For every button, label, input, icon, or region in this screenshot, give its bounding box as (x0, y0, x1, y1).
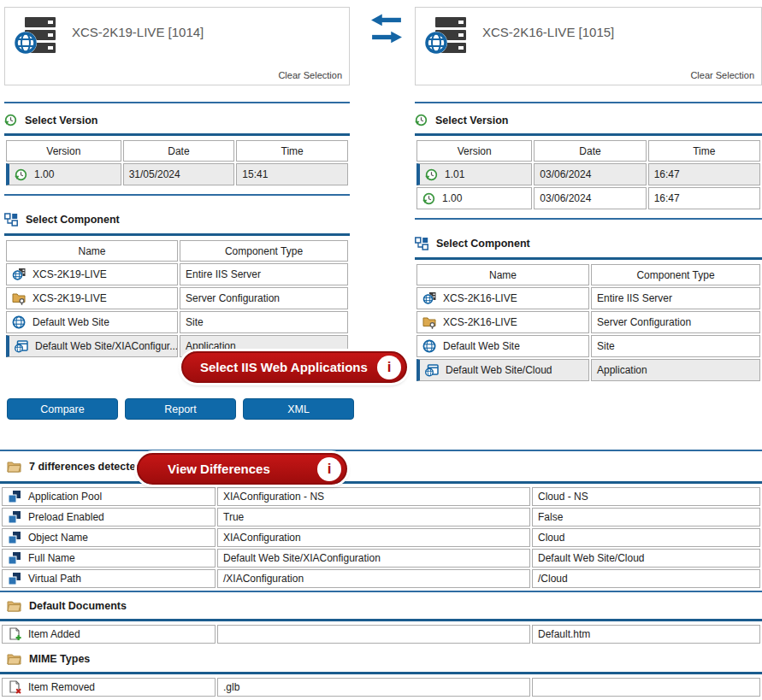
table-header-row: Version Date Time (6, 140, 348, 162)
iis-server-small-icon (12, 268, 26, 281)
difference-right-value: /Cloud (532, 569, 760, 588)
sitemap-icon (4, 213, 18, 226)
left-component-table: Name Component Type XCS-2K19-LIVE Entire… (4, 238, 350, 359)
version-history-icon (15, 168, 27, 181)
version-history-icon (4, 114, 17, 126)
default-documents-table: Item Added Default.htm (0, 623, 762, 645)
server-config-folder-icon (12, 291, 26, 305)
info-icon[interactable]: i (377, 356, 401, 379)
left-version-table: Version Date Time 1.00 31/05/2024 15:41 (4, 138, 350, 187)
column-header-time: Time (648, 140, 760, 162)
version-row[interactable]: 1.00 03/06/2024 16:47 (416, 187, 760, 209)
column-header-component-type: Component Type (180, 240, 348, 262)
right-clear-selection-link[interactable]: Clear Selection (690, 70, 754, 80)
column-header-version: Version (6, 140, 121, 162)
difference-row: Preload Enabled True False (2, 508, 760, 526)
difference-property: Object Name (28, 532, 88, 544)
component-type: Site (591, 335, 760, 357)
component-row[interactable]: Default Web Site/Cloud Application (416, 359, 760, 381)
header-underline (4, 133, 350, 136)
version-number: 1.00 (442, 192, 462, 204)
component-name: XCS-2K16-LIVE (443, 316, 517, 328)
compare-button[interactable]: Compare (7, 398, 118, 420)
header-underline (415, 133, 762, 136)
component-name: XCS-2K16-LIVE (443, 292, 517, 304)
difference-row: Application Pool XIAConfiguration - NS C… (2, 487, 760, 506)
column-header-date: Date (534, 140, 646, 162)
component-name: Default Web Site/Cloud (446, 364, 552, 376)
component-row[interactable]: Default Web Site Site (416, 335, 760, 357)
component-row[interactable]: Default Web Site Site (6, 311, 348, 333)
component-row[interactable]: XCS-2K19-LIVE Server Configuration (6, 287, 348, 309)
column-header-name: Name (6, 240, 178, 262)
item-added-icon (8, 627, 21, 641)
right-component-table: Name Component Type XCS-2K16-LIVE Entire… (415, 262, 762, 383)
changed-item-icon (8, 490, 21, 503)
version-number: 1.00 (34, 168, 54, 180)
version-history-icon (425, 168, 438, 181)
difference-right-value: False (532, 508, 760, 526)
info-icon[interactable]: i (317, 457, 341, 481)
column-header-name: Name (416, 264, 589, 285)
version-time: 15:41 (236, 163, 348, 185)
version-history-icon (415, 114, 428, 126)
difference-right-value (532, 678, 760, 697)
report-button[interactable]: Report (125, 398, 236, 420)
select-version-title: Select Version (25, 115, 97, 126)
difference-left-value: True (217, 508, 530, 526)
right-server-title: XCS-2K16-LIVE [1015] (482, 25, 614, 39)
component-type: Site (180, 311, 348, 333)
left-select-version-header: Select Version (4, 114, 350, 126)
iis-server-icon (424, 16, 467, 56)
component-row[interactable]: XCS-2K16-LIVE Entire IIS Server (416, 287, 760, 309)
differences-section: 7 differences detected View Differences … (0, 450, 762, 698)
difference-left-value: .glb (217, 678, 530, 697)
component-name: Default Web Site (32, 316, 109, 328)
difference-property: Virtual Path (28, 573, 81, 585)
folder-icon (7, 462, 21, 473)
right-version-table: Version Date Time 1.01 03/06/2024 16:47 … (415, 138, 762, 211)
version-row[interactable]: 1.00 31/05/2024 15:41 (6, 163, 348, 185)
compare-tool-page: XCS-2K19-LIVE [1014] Clear Selection Sel… (0, 0, 762, 700)
callout-label: View Differences (168, 462, 270, 476)
header-underline (4, 233, 350, 236)
mime-types-group-header: MIME Types (0, 645, 762, 672)
difference-left-value: Default Web Site/XIAConfiguration (217, 549, 530, 568)
component-row[interactable]: XCS-2K16-LIVE Server Configuration (416, 311, 760, 333)
difference-property: Item Removed (28, 681, 95, 693)
iis-server-icon (14, 16, 56, 56)
changed-item-icon (8, 551, 21, 565)
right-select-version-header: Select Version (415, 114, 762, 126)
site-globe-icon (12, 315, 26, 329)
difference-left-value: XIAConfiguration - NS (217, 487, 530, 506)
difference-property: Application Pool (28, 491, 102, 503)
folder-icon (7, 601, 21, 612)
action-buttons: Compare Report XML (7, 398, 354, 420)
left-server-title: XCS-2K19-LIVE [1014] (72, 25, 204, 39)
left-server-box: XCS-2K19-LIVE [1014] Clear Selection (4, 7, 350, 85)
component-type: Entire IIS Server (591, 287, 760, 309)
left-clear-selection-link[interactable]: Clear Selection (278, 70, 342, 80)
xml-button[interactable]: XML (243, 398, 354, 420)
header-underline (0, 672, 762, 674)
swap-servers-icon[interactable] (370, 11, 403, 47)
difference-left-value: XIAConfiguration (217, 528, 530, 547)
select-iis-web-applications-callout: Select IIS Web Applications i (181, 351, 407, 383)
mime-types-table: Item Removed .glb (0, 676, 762, 698)
web-application-icon (15, 339, 28, 353)
left-select-component-header: Select Component (4, 213, 350, 226)
component-row[interactable]: XCS-2K19-LIVE Entire IIS Server (6, 263, 348, 285)
section-divider (415, 218, 762, 220)
folder-icon (7, 654, 21, 665)
version-date: 03/06/2024 (534, 163, 646, 185)
header-underline (415, 257, 762, 260)
select-version-title: Select Version (435, 115, 508, 126)
version-row[interactable]: 1.01 03/06/2024 16:47 (416, 163, 760, 185)
column-header-date: Date (123, 140, 235, 162)
select-component-title: Select Component (26, 214, 120, 226)
left-panel: XCS-2K19-LIVE [1014] Clear Selection Sel… (4, 0, 350, 359)
difference-property: Preload Enabled (28, 511, 104, 523)
difference-row: Object Name XIAConfiguration Cloud (2, 528, 760, 547)
right-panel: XCS-2K16-LIVE [1015] Clear Selection Sel… (415, 0, 762, 383)
changed-item-icon (8, 531, 21, 544)
